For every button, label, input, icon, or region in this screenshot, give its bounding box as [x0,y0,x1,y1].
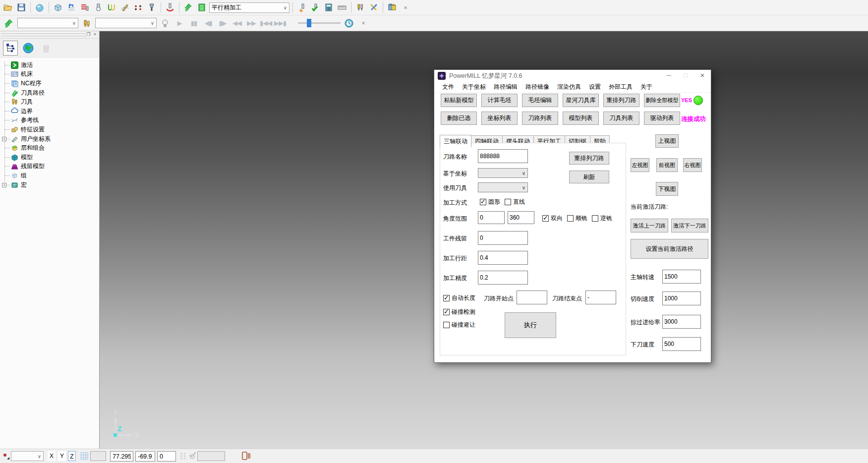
menu-path-edit[interactable]: 路径编辑 [490,82,521,92]
axis-x-button[interactable]: X [48,451,56,461]
go-to-end-button[interactable]: ▶▶▮ [274,19,286,27]
view-top-button[interactable]: 上视图 [655,134,679,148]
coordinate-readout-toggle[interactable] [180,452,186,462]
open-file-button[interactable] [2,1,14,13]
tree-item-patterns[interactable]: 参考线 [0,116,99,125]
statusbar-combobox[interactable]: ∨ [11,451,44,461]
collision-check-button[interactable] [164,1,176,13]
play-button[interactable]: ▶ [174,19,185,27]
menu-about[interactable]: 关于 [637,82,656,92]
toolpath-list-button[interactable] [196,1,208,13]
plunge-feed-input[interactable] [662,337,701,351]
tree-item-workplanes[interactable]: +用户坐标系 [0,134,99,144]
climb-mill-checkbox[interactable]: 顺铣 [567,214,587,223]
axis-z-button[interactable]: Z [68,451,76,461]
model-list-button[interactable]: 模型列表 [563,112,599,125]
menu-external-tools[interactable]: 外部工具 [605,82,637,92]
view-left-button[interactable]: 左视图 [631,158,649,172]
bidirectional-checkbox[interactable]: 双向 [542,214,563,223]
tree-item-toolpaths[interactable]: 刀具路径 [0,88,99,98]
tree-item-models[interactable]: 模型 [0,153,99,162]
menu-render-sim[interactable]: 渲染仿真 [553,82,585,92]
view-bottom-button[interactable]: 下视图 [656,182,678,196]
set-active-path-button[interactable]: 设置当前激活路径 [631,239,708,259]
step-forward-button[interactable]: ▮▶ [217,19,229,27]
tree-view-button[interactable] [3,41,18,56]
toolpath-list-button[interactable]: 刀路列表 [522,112,558,125]
tree-item-machine-tools[interactable]: 机床 [0,70,99,79]
end-point-input[interactable] [585,290,616,304]
tool-button[interactable] [92,1,104,13]
paste-new-model-button[interactable]: 粘贴新模型 [441,94,477,107]
minimize-button[interactable]: ─ [660,70,677,82]
delete-selected-button[interactable]: 删除已选 [441,112,477,125]
calculator-button[interactable] [323,1,335,13]
block-button[interactable] [52,1,64,13]
shaded-view-button[interactable] [34,1,46,13]
tool-change-button[interactable] [354,1,366,13]
angle-from-input[interactable] [478,211,505,224]
tree-item-stock-models[interactable]: 残留模型 [0,162,99,172]
sim-tool-button[interactable] [81,17,93,29]
workplane-indicator-button[interactable] [188,452,196,461]
reorder-toolpaths-form-button[interactable]: 重排列刀路 [569,152,609,165]
toolpath-check-button[interactable] [309,1,321,13]
tree-item-levels-and-sets[interactable]: 层和组合 [0,143,99,153]
coord-list-button[interactable]: 坐标列表 [481,112,518,125]
cursor-z-field[interactable] [157,451,176,462]
boundary-toolbar-button[interactable] [106,1,117,13]
tree-item-macros[interactable]: +宏 [0,180,99,190]
toolpath-strategy-button[interactable] [65,1,77,13]
collision-check-checkbox[interactable]: 碰撞检测 [443,308,475,316]
line-checkbox[interactable]: 直线 [505,198,525,206]
trash-button[interactable] [39,41,54,56]
nc-program-combobox[interactable]: ∨ [17,18,78,28]
axis-y-button[interactable]: Y [58,451,66,461]
cutting-feed-input[interactable] [662,291,701,305]
menu-file[interactable]: 文件 [438,82,458,92]
panel-close-icon[interactable]: × [92,32,98,37]
angle-to-input[interactable] [508,211,534,224]
menu-settings[interactable]: 设置 [585,82,605,92]
rewind-button[interactable]: ◀◀ [231,19,243,27]
panel-grip[interactable]: ❐ × [0,31,99,39]
collision-avoid-checkbox[interactable]: 碰撞避让 [443,321,475,329]
start-point-input[interactable] [517,290,547,304]
fast-forward-button[interactable]: ▶▶ [245,19,257,27]
stepover-input[interactable] [478,251,528,265]
cursor-y-field[interactable] [135,451,155,462]
tolerance-input[interactable] [478,271,528,285]
ruler-button[interactable] [336,1,348,13]
grid-toggle-button[interactable] [79,451,89,463]
tree-item-tools[interactable]: 刀具 [0,97,99,107]
base-coord-select[interactable]: ∨ [478,168,528,178]
pattern-toolbar-button[interactable] [119,1,131,13]
verify-toolpath-button[interactable] [296,1,308,13]
delete-all-models-button[interactable]: 删除全部模型 [644,94,680,107]
sim-toolbar-close-button[interactable]: × [357,17,369,29]
tab-3axis[interactable]: 三轴联动 [440,135,471,147]
conventional-mill-checkbox[interactable]: 逆铣 [592,214,612,223]
cursor-x-field[interactable] [110,451,133,462]
view-right-button[interactable]: 右视图 [683,158,702,172]
sim-light-button[interactable] [159,17,171,29]
sim-speed-button[interactable] [343,17,355,29]
expand-icon[interactable]: + [2,183,6,187]
tree-item-boundaries[interactable]: 边界 [0,107,99,116]
speed-slider[interactable] [298,22,341,24]
toolpath-name-input[interactable] [478,149,528,163]
drive-list-button[interactable]: 驱动列表 [644,112,680,125]
circle-checkbox[interactable]: 圆形 [480,198,500,206]
tree-item-nc-programs[interactable]: NC程序 [0,79,99,88]
powermill-ribbon-button[interactable] [3,17,15,29]
tree-item-activate[interactable]: 激活 [0,60,99,70]
skim-feed-input[interactable] [662,315,701,329]
save-button[interactable] [15,1,27,13]
toolpath-sim-combobox[interactable]: ∨ [95,18,157,28]
pause-button[interactable]: ▮▮ [188,19,200,27]
reorder-toolpaths-button[interactable]: 重排列刀路 [603,94,639,107]
refresh-button[interactable]: 刷新 [569,171,609,183]
tree-item-groups[interactable]: 组 [0,171,99,180]
use-tool-select[interactable]: ∨ [478,182,528,192]
block-edit-button[interactable]: 毛坯编辑 [522,94,558,107]
